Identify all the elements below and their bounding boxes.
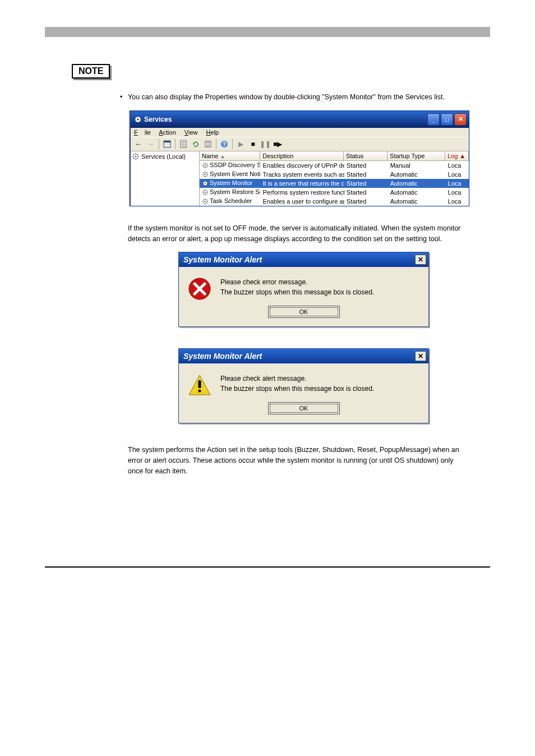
close-icon[interactable]: ✕ [415,351,426,361]
services-column-headers[interactable]: Name ▲ Description Status Startup Type L… [200,151,469,161]
restart-icon[interactable]: ■▶ [272,139,283,150]
services-title: Services [144,116,172,123]
svg-rect-26 [199,380,201,388]
svg-point-1 [137,118,139,121]
error-icon [188,277,211,301]
menu-action[interactable]: Action [159,129,176,136]
services-toolbar: ← → ? ▶ ■ ❚❚ ■▶ [131,137,469,151]
page-header-bar [45,27,490,37]
svg-point-17 [205,174,206,175]
alert-error-title[interactable]: System Monitor Alert ✕ [179,252,428,267]
close-button[interactable]: ✕ [454,113,467,126]
help-icon[interactable]: ? [219,139,230,150]
alert-error-window: System Monitor Alert ✕ Please check erro… [178,252,429,327]
services-menubar: File Action View Help [131,128,469,137]
services-tree-pane: Services (Local) [131,151,200,206]
col-log[interactable]: Log ▲ [445,151,469,160]
alert-warning-window: System Monitor Alert ✕ Please check aler… [178,348,429,423]
tree-root-label[interactable]: Services (Local) [141,153,186,160]
export-icon[interactable] [202,139,214,150]
services-icon [134,116,142,123]
col-name[interactable]: Name ▲ [200,151,260,160]
svg-point-21 [205,192,206,193]
close-icon[interactable]: ✕ [415,255,426,265]
table-row[interactable]: System MonitorIt is a server that return… [200,179,469,188]
alert-warning-text: Please check alert message. The buzzer s… [220,374,374,394]
menu-view[interactable]: View [185,129,198,136]
col-startup-type[interactable]: Startup Type [388,151,445,160]
alert-warning-title[interactable]: System Monitor Alert ✕ [179,349,428,363]
menu-file[interactable]: File [134,129,151,136]
services-window: Services _ □ ✕ File Action View Help ← →… [130,110,469,206]
ok-button[interactable]: OK [270,404,338,413]
forward-icon[interactable]: → [145,139,156,150]
col-description[interactable]: Description [260,151,344,160]
svg-point-13 [135,155,137,157]
menu-help[interactable]: Help [206,129,219,136]
svg-rect-3 [164,141,170,142]
svg-marker-8 [193,144,195,145]
maximize-button[interactable]: □ [441,113,453,126]
table-row[interactable]: Task SchedulerEnables a user to configur… [200,197,469,206]
alert-error-text: Please check error message. The buzzer s… [220,277,374,297]
services-list-pane: Name ▲ Description Status Startup Type L… [200,151,469,206]
col-status[interactable]: Status [344,151,388,160]
services-titlebar[interactable]: Services _ □ ✕ [131,111,469,128]
up-icon[interactable] [162,139,173,150]
table-row[interactable]: SSDP Discovery Ser...Enables discovery o… [200,161,469,170]
warning-icon [188,374,211,397]
services-rows: SSDP Discovery Ser...Enables discovery o… [200,161,469,206]
refresh-icon[interactable] [190,139,201,150]
ok-button[interactable]: OK [270,307,338,316]
stop-icon[interactable]: ■ [247,139,259,150]
svg-point-23 [205,201,206,202]
gear-icon [132,155,141,162]
minimize-button[interactable]: _ [427,113,440,126]
svg-point-27 [199,390,201,393]
pause-icon[interactable]: ❚❚ [260,139,271,150]
table-row[interactable]: System Restore Ser...Performs system res… [200,188,469,197]
intro-paragraph: If the system monitor is not set to OFF … [128,223,468,245]
svg-point-19 [205,183,206,184]
play-icon[interactable]: ▶ [235,139,246,150]
svg-text:?: ? [223,141,226,147]
back-icon[interactable]: ← [133,139,144,150]
table-row[interactable]: System Event Notifi...Tracks system even… [200,170,469,179]
properties-icon[interactable] [178,139,189,150]
note-label: NOTE [72,64,110,79]
bottom-paragraph: The system performs the Action set in th… [128,445,468,476]
footer-rule [45,566,490,569]
svg-point-15 [205,165,206,166]
note-text-1: You can also display the Properties wind… [128,92,468,103]
